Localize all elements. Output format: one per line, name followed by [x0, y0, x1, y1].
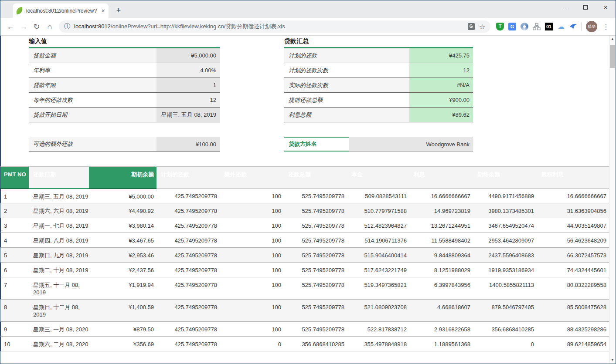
cell-extra-payment: 100	[220, 300, 284, 322]
cell-payment-date: 星期三, 一月 08, 2020	[29, 322, 89, 337]
window-close-button[interactable]: ×	[596, 0, 616, 14]
cell-principal: 509.0828543111	[347, 189, 409, 203]
forward-button[interactable]: →	[17, 20, 30, 33]
summary-label: 利息总额	[284, 111, 409, 119]
scrollbar-thumb[interactable]	[610, 45, 615, 68]
site-info-icon[interactable]: ⓘ	[64, 23, 70, 30]
input-label: 贷款年限	[29, 81, 157, 89]
browser-tab[interactable]: localhost:8012/onlinePreview? ×	[13, 3, 109, 18]
header-cumulative-interest: 累积利息	[537, 167, 609, 189]
cell-pmt-no: 9	[0, 322, 29, 337]
reload-button[interactable]: ↻	[30, 20, 43, 33]
cell-scheduled-payment: 425.7495209778	[157, 337, 220, 351]
translate-page-icon[interactable]: G	[468, 23, 475, 30]
browser-toolbar: ← → ↻ ⌂ ⓘ localhost:8012/onlinePreview?u…	[0, 18, 616, 36]
input-row: 贷款金额 ¥5,000.00	[29, 48, 220, 63]
scroll-down-arrow[interactable]: ▼	[609, 357, 616, 364]
cell-beginning-balance: ¥356.69	[89, 337, 157, 351]
summary-value: ¥900.00	[409, 93, 473, 107]
tab-close-icon[interactable]: ×	[102, 7, 105, 14]
cell-beginning-balance: ¥1,919.94	[89, 277, 157, 300]
cell-ending-balance: 1919.9353186934	[473, 263, 537, 277]
amortization-row: 1 星期三, 五月 08, 2019 ¥5,000.00 425.7495209…	[0, 189, 609, 203]
toolbar-separator	[581, 22, 582, 31]
cell-principal: 515.9046400414	[347, 248, 409, 263]
cell-beginning-balance: ¥3,467.65	[89, 233, 157, 248]
scroll-up-arrow[interactable]: ▲	[609, 36, 616, 43]
profile-avatar[interactable]: 精华	[586, 21, 597, 32]
cell-extra-payment: 100	[220, 218, 284, 233]
cloud-extension-icon[interactable]: ☁	[555, 20, 567, 33]
sitemap-icon	[533, 23, 541, 30]
vertical-scrollbar[interactable]: ▲ ▼	[609, 36, 616, 364]
cell-cumulative-interest: 44.9035149807	[537, 218, 609, 233]
home-button[interactable]: ⌂	[43, 20, 56, 33]
cell-cumulative-interest: 16.6666666667	[537, 189, 609, 203]
summary-value: 12	[409, 63, 473, 78]
input-value: 1	[157, 78, 220, 92]
calendar-01-extension-icon[interactable]: 01	[543, 20, 555, 33]
cell-scheduled-payment: 425.7495209778	[157, 277, 220, 300]
amortization-row: 7 星期五, 十一月 08, 2019 ¥1,919.94 425.749520…	[0, 277, 609, 300]
summary-row: 利息总额 ¥89.62	[284, 108, 473, 122]
cell-payment-date: 星期一, 七月 08, 2019	[29, 218, 89, 233]
sitemap-extension-icon[interactable]	[531, 20, 543, 33]
cell-scheduled-payment: 425.7495209778	[157, 233, 220, 248]
cell-scheduled-payment: 425.7495209778	[157, 263, 220, 277]
cell-beginning-balance: ¥2,953.46	[89, 248, 157, 263]
new-tab-button[interactable]: +	[113, 5, 124, 16]
cell-interest: 13.2671244951	[409, 218, 473, 233]
cell-principal: 522.817838712	[347, 322, 409, 337]
bird-icon	[569, 23, 577, 30]
shield-extension-icon[interactable]: T	[494, 20, 506, 33]
cell-principal: 521.0809023708	[347, 300, 409, 322]
cell-interest: 4.668618607	[409, 300, 473, 322]
swirl-extension-icon[interactable]	[518, 20, 531, 33]
extra-payment-label: 可选的额外还款	[29, 140, 157, 148]
header-principal: 本金	[347, 167, 409, 189]
browser-menu-button[interactable]: ⋮	[600, 20, 612, 33]
window-minimize-button[interactable]: –	[555, 0, 575, 14]
amortization-header: PMT NO 还款日期 期初余额 计划的还款 额外还款 还款总额 本金 利息 期…	[0, 167, 609, 189]
cell-beginning-balance: ¥5,000.00	[89, 189, 157, 203]
cell-cumulative-interest: 66.3072457573	[537, 248, 609, 263]
cell-pmt-no: 6	[0, 263, 29, 277]
cell-principal: 510.7797971588	[347, 203, 409, 218]
summary-value: ¥425.75	[409, 48, 473, 63]
cell-pmt-no: 1	[0, 189, 29, 203]
header-scheduled-payment: 计划的还款	[157, 167, 220, 189]
bookmark-star-icon[interactable]: ☆	[479, 23, 485, 31]
header-pmt-no: PMT NO	[0, 167, 29, 189]
summary-label: 提前还款总额	[284, 96, 409, 104]
window-controls: – ×	[555, 0, 616, 18]
address-bar[interactable]: ⓘ localhost:8012/onlinePreview?url=http:…	[59, 20, 490, 33]
cell-payment-date: 星期四, 八月 08, 2019	[29, 233, 89, 248]
cell-extra-payment: 100	[220, 248, 284, 263]
window-maximize-button[interactable]	[575, 0, 596, 14]
header-ending-balance: 期终余额	[473, 167, 537, 189]
header-interest: 利息	[409, 167, 473, 189]
cell-ending-balance: 3467.6549520474	[473, 218, 537, 233]
cell-extra-payment: 100	[220, 233, 284, 248]
browser-window: localhost:8012/onlinePreview? × + – × ← …	[0, 0, 616, 364]
spring-leaf-favicon	[16, 7, 23, 14]
summary-value: #N/A	[409, 78, 473, 92]
bird-extension-icon[interactable]	[567, 20, 579, 33]
cell-payment-date: 星期日, 十二月 08, 2019	[29, 300, 89, 322]
summary-label: 计划的还款次数	[284, 67, 409, 74]
cell-cumulative-interest: 85.5008475628	[537, 300, 609, 322]
cell-ending-balance: 2953.4642809097	[473, 233, 537, 248]
cell-total-payment: 525.7495209778	[284, 189, 347, 203]
cell-interest: 14.969723819	[409, 203, 473, 218]
cell-interest: 9.8448809364	[409, 248, 473, 263]
cell-extra-payment: 100	[220, 277, 284, 300]
cell-payment-date: 星期五, 十一月 08, 2019	[29, 277, 89, 300]
input-label: 年利率	[29, 67, 157, 74]
back-button[interactable]: ←	[4, 20, 17, 33]
translate-extension-icon[interactable]: G	[506, 20, 518, 33]
cell-total-payment: 525.7495209778	[284, 248, 347, 263]
url-text: localhost:8012/onlinePreview?url=http://…	[74, 23, 464, 30]
cell-pmt-no: 5	[0, 248, 29, 263]
cell-pmt-no: 7	[0, 277, 29, 300]
cell-interest: 2.9316822658	[409, 322, 473, 337]
